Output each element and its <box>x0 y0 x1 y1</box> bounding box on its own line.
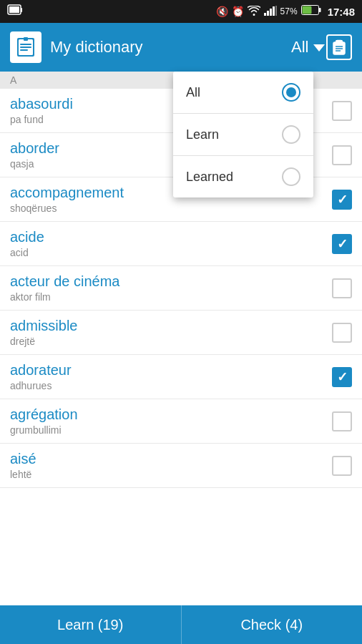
status-bar: 🔇 ⏰ 57% <box>0 0 362 23</box>
battery-icon <box>301 5 321 18</box>
word-7: agrégation <box>10 406 332 423</box>
translation-6: adhurues <box>10 380 332 391</box>
dropdown-item-all[interactable]: All <box>173 72 313 114</box>
svg-rect-13 <box>24 37 28 41</box>
word-4: acteur de cinéma <box>10 273 332 290</box>
svg-rect-5 <box>270 9 272 16</box>
clipboard-button[interactable] <box>326 34 352 60</box>
translation-8: lehtë <box>10 469 332 480</box>
word-6: adorateur <box>10 362 332 379</box>
translation-2: shoqërues <box>10 203 332 214</box>
word-3: acide <box>10 229 332 245</box>
word-5: admissible <box>10 318 332 334</box>
bottom-bar: Learn (19) Check (4) <box>0 605 362 644</box>
mute-icon: 🔇 <box>216 6 228 17</box>
checkbox-4[interactable] <box>332 278 352 298</box>
alarm-icon: ⏰ <box>232 6 244 17</box>
checkbox-2[interactable] <box>332 190 352 210</box>
radio-inner-all <box>286 87 296 97</box>
list-item-text: agrégation grumbullimi <box>10 406 332 436</box>
list-item[interactable]: aisé lehtë <box>0 444 362 488</box>
svg-rect-1 <box>21 8 22 12</box>
filter-label: All <box>291 38 308 57</box>
battery-text: 57% <box>280 6 298 16</box>
checkbox-3[interactable] <box>332 234 352 254</box>
list-item-text: adorateur adhurues <box>10 362 332 391</box>
svg-rect-3 <box>264 13 266 16</box>
checkbox-7[interactable] <box>332 411 352 431</box>
word-8: aisé <box>10 451 332 467</box>
translation-3: acid <box>10 247 332 258</box>
list-item-text: acteur de cinéma aktor film <box>10 273 332 303</box>
svg-rect-2 <box>9 6 19 13</box>
translation-4: aktor film <box>10 291 332 303</box>
app-bar: My dictionary All 26 <box>0 23 362 72</box>
list-item[interactable]: agrégation grumbullimi <box>0 399 362 444</box>
checkbox-5[interactable] <box>332 323 352 343</box>
translation-7: grumbullimi <box>10 424 332 436</box>
radio-learned <box>282 167 300 186</box>
list-item[interactable]: acide acid <box>0 222 362 266</box>
list-item[interactable]: adorateur adhurues <box>0 355 362 399</box>
list-item[interactable]: acteur de cinéma aktor film <box>0 266 362 311</box>
app-logo <box>10 31 41 63</box>
dropdown-item-learned[interactable]: Learned <box>173 156 313 197</box>
filter-dropdown-button[interactable]: All <box>291 38 324 57</box>
dropdown-item-learn[interactable]: Learn <box>173 114 313 156</box>
svg-rect-6 <box>273 6 275 16</box>
screen-icon <box>7 4 23 19</box>
status-icons: 🔇 ⏰ 57% <box>216 5 355 18</box>
checkbox-8[interactable] <box>332 456 352 476</box>
svg-rect-10 <box>302 6 311 14</box>
dropdown-arrow-icon <box>313 44 325 52</box>
checkbox-0[interactable] <box>332 101 352 121</box>
svg-rect-9 <box>319 8 321 12</box>
dropdown-label-all: All <box>186 85 200 100</box>
learn-button[interactable]: Learn (19) <box>0 605 182 644</box>
radio-all <box>282 83 300 102</box>
checkbox-1[interactable] <box>332 145 352 165</box>
list-item-text: acide acid <box>10 229 332 258</box>
signal-icon <box>264 6 277 18</box>
wifi-icon <box>248 6 260 18</box>
translation-5: drejtë <box>10 336 332 347</box>
radio-learn <box>282 125 300 144</box>
checkbox-6[interactable] <box>332 367 352 387</box>
dropdown-label-learned: Learned <box>186 170 233 185</box>
app-title: My dictionary <box>50 38 291 57</box>
svg-rect-7 <box>275 6 277 16</box>
filter-dropdown: All Learn Learned <box>173 72 313 197</box>
list-item-text: aisé lehtë <box>10 451 332 480</box>
dropdown-label-learn: Learn <box>186 127 219 142</box>
list-item-text: admissible drejtë <box>10 318 332 347</box>
svg-rect-4 <box>267 11 269 16</box>
list-item[interactable]: admissible drejtë <box>0 311 362 355</box>
time-display: 17:48 <box>328 6 355 18</box>
check-button[interactable]: Check (4) <box>182 605 363 644</box>
